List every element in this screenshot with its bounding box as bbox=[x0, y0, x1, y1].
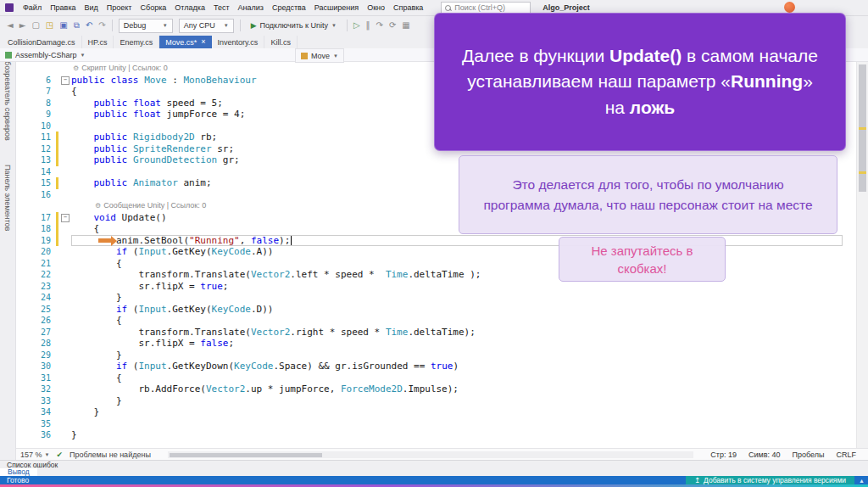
code-text[interactable]: } bbox=[71, 406, 99, 418]
code-text[interactable]: rb.AddForce(Vector2.up * jumpForce, Forc… bbox=[71, 383, 459, 395]
code-text[interactable]: } bbox=[71, 429, 77, 441]
close-icon[interactable]: × bbox=[201, 38, 205, 46]
zoom-control[interactable]: 157 % ▼ bbox=[20, 451, 49, 459]
menu-item[interactable]: Средства bbox=[268, 2, 310, 14]
change-bar bbox=[56, 154, 58, 166]
project-name: Algo_Project bbox=[542, 3, 590, 12]
eol-mode[interactable]: CRLF bbox=[836, 451, 856, 459]
fold-marker-icon[interactable]: − bbox=[61, 214, 70, 222]
tab-kill-cs[interactable]: Kill.cs bbox=[264, 36, 298, 48]
code-text[interactable]: if (Input.GetKey(KeyCode.A)) bbox=[71, 246, 273, 258]
code-text[interactable]: { bbox=[71, 258, 122, 270]
search-placeholder: Поиск (Ctrl+Q) bbox=[454, 3, 505, 12]
menu-item[interactable]: Файл bbox=[19, 2, 46, 14]
code-text[interactable]: { bbox=[71, 372, 122, 384]
open-file-icon[interactable]: ◳ bbox=[46, 21, 53, 30]
new-file-icon[interactable]: ▢ bbox=[31, 21, 39, 30]
code-text[interactable]: public float speed = 5; bbox=[71, 98, 223, 109]
expand-icon[interactable]: ▲ bbox=[859, 476, 865, 484]
code-text[interactable]: transform.Translate(Vector2.left * speed… bbox=[71, 269, 481, 281]
code-text[interactable]: } bbox=[71, 350, 122, 361]
code-text[interactable]: { bbox=[71, 86, 77, 98]
code-text[interactable]: } bbox=[71, 395, 122, 407]
tab-label: Kill.cs bbox=[270, 38, 291, 47]
nav-forward-icon[interactable]: ► bbox=[19, 21, 26, 30]
line-number: 22 bbox=[15, 269, 56, 281]
refresh-icon[interactable]: ⟳ bbox=[389, 21, 396, 30]
fold-marker-icon[interactable]: − bbox=[61, 76, 70, 85]
code-text[interactable]: sr.flipX = true; bbox=[71, 281, 228, 293]
fold-margin bbox=[59, 189, 71, 201]
save-icon[interactable]: ▣ bbox=[59, 21, 67, 30]
code-text[interactable]: { bbox=[71, 223, 99, 235]
code-text[interactable]: public float jumpForce = 4; bbox=[71, 109, 245, 120]
horizontal-scrollbar[interactable] bbox=[168, 451, 694, 458]
menu-item[interactable]: Расширения bbox=[310, 2, 363, 14]
redo-icon[interactable]: ↷ bbox=[98, 21, 105, 30]
tab-inventory-cs[interactable]: Inventory.cs bbox=[212, 36, 265, 48]
code-text[interactable]: sr.flipX = false; bbox=[71, 338, 234, 350]
scrollbar-thumb[interactable] bbox=[170, 453, 322, 457]
nav-back-icon[interactable]: ◄ bbox=[7, 21, 14, 30]
menu-item[interactable]: Правка bbox=[46, 2, 80, 14]
code-text[interactable]: public SpriteRenderer sr; bbox=[71, 143, 234, 155]
line-number: 33 bbox=[15, 395, 56, 407]
tab-label: Inventory.cs bbox=[218, 38, 259, 47]
menu-item[interactable]: Отладка bbox=[170, 2, 209, 14]
indent-mode[interactable]: Пробелы bbox=[793, 451, 825, 459]
code-text[interactable]: { bbox=[71, 315, 122, 327]
code-text[interactable]: transform.Translate(Vector2.right * spee… bbox=[71, 327, 476, 339]
menu-item[interactable]: Сборка bbox=[136, 2, 171, 14]
add-to-source-control-button[interactable]: ↥ Добавить в систему управления версиями bbox=[686, 476, 854, 484]
code-text[interactable]: public GroundDetection gr; bbox=[71, 154, 240, 166]
type-dropdown[interactable]: Move ▼ bbox=[295, 48, 344, 63]
code-line: 21 { bbox=[15, 258, 856, 270]
code-text[interactable]: void Update() bbox=[71, 212, 167, 224]
menu-item[interactable]: Тест bbox=[209, 2, 234, 14]
side-tool-tab[interactable]: Обозреватель серверов bbox=[3, 55, 12, 141]
step-over-icon[interactable]: ↷ bbox=[376, 21, 383, 30]
platform-dropdown[interactable]: Any CPU ▼ bbox=[179, 19, 234, 33]
menu-item[interactable]: Проект bbox=[103, 2, 136, 14]
user-avatar[interactable] bbox=[784, 2, 795, 13]
code-text[interactable]: public class Move : MonoBehaviour bbox=[71, 75, 257, 87]
break-all-icon[interactable]: ‖ bbox=[366, 21, 370, 30]
change-bar bbox=[56, 120, 58, 132]
undo-icon[interactable]: ↶ bbox=[86, 21, 92, 30]
column-indicator: Симв: 40 bbox=[748, 451, 781, 459]
assembly-dropdown[interactable]: Assembly-CSharp ▼ bbox=[0, 51, 90, 59]
chevron-down-icon: ▼ bbox=[331, 23, 337, 28]
callout-main: Далее в функции Update() в самом начале … bbox=[434, 13, 846, 151]
menu-item[interactable]: Окно bbox=[363, 2, 389, 14]
code-text[interactable]: if (Input.GetKeyDown(KeyCode.Space) && g… bbox=[71, 361, 459, 372]
chevron-down-icon: ▼ bbox=[45, 452, 50, 457]
tab-hp-cs[interactable]: HP.cs bbox=[82, 36, 114, 48]
fold-margin: − bbox=[59, 75, 71, 87]
menu-item[interactable]: Вид bbox=[81, 2, 103, 14]
cursor-position: Стр: 19 Симв: 40 Пробелы CRLF bbox=[710, 451, 863, 459]
save-all-icon[interactable]: ⧉ bbox=[74, 21, 80, 30]
menu-item[interactable]: Справка bbox=[389, 2, 427, 14]
menu-item[interactable]: Анализ bbox=[234, 2, 268, 14]
start-without-debug-icon[interactable]: ▷ bbox=[353, 21, 360, 30]
code-text[interactable]: } bbox=[71, 292, 122, 304]
tab-move-cs-[interactable]: Move.cs*× bbox=[159, 36, 211, 48]
tab-collisiondamage-cs[interactable]: CollisionDamage.cs bbox=[2, 36, 82, 48]
line-number: 30 bbox=[15, 361, 56, 372]
debug-config-dropdown[interactable]: Debug ▼ bbox=[119, 19, 173, 33]
code-text[interactable]: public Animator anim; bbox=[71, 177, 212, 189]
change-bar bbox=[56, 372, 58, 384]
fold-margin bbox=[59, 132, 71, 143]
fold-margin bbox=[59, 109, 71, 120]
code-text[interactable]: if (Input.GetKey(KeyCode.D)) bbox=[71, 304, 273, 316]
code-text[interactable]: public Rigidbody2D rb; bbox=[71, 132, 217, 143]
vertical-scrollbar[interactable] bbox=[856, 61, 868, 448]
fold-margin bbox=[59, 86, 71, 98]
options-icon[interactable]: ▦ bbox=[402, 21, 409, 30]
tab-enemy-cs[interactable]: Enemy.cs bbox=[114, 36, 159, 48]
tab-output[interactable]: Вывод bbox=[0, 468, 37, 476]
search-box[interactable]: Поиск (Ctrl+Q) bbox=[441, 2, 531, 14]
side-tool-tab[interactable]: Панель элементов bbox=[3, 165, 12, 231]
code-line: 30 if (Input.GetKeyDown(KeyCode.Space) &… bbox=[15, 361, 856, 372]
attach-to-unity-button[interactable]: ▶ Подключить к Unity ▼ bbox=[247, 19, 341, 32]
